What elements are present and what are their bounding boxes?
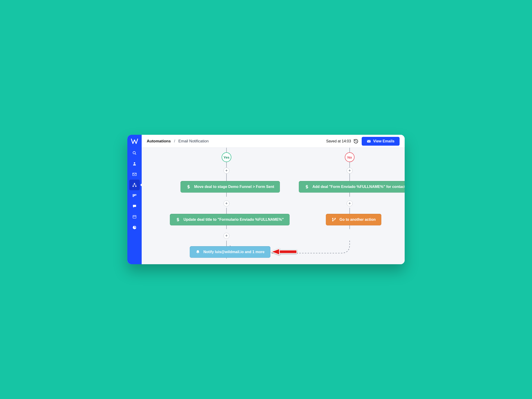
add-step-button[interactable]: +: [223, 168, 229, 174]
add-step-button[interactable]: +: [223, 233, 229, 239]
saved-status: Saved at 14:03: [326, 139, 358, 144]
svg-rect-4: [133, 186, 134, 187]
svg-rect-8: [135, 194, 136, 196]
svg-point-2: [134, 162, 135, 164]
bell-icon: [196, 250, 200, 254]
saved-text: Saved at 14:03: [326, 139, 351, 143]
nav-chat[interactable]: [129, 201, 140, 211]
logo-icon: [131, 139, 138, 144]
svg-point-22: [332, 220, 334, 222]
sidebar: [127, 135, 142, 264]
piechart-icon: [133, 225, 137, 229]
svg-point-23: [335, 218, 336, 219]
branch-yes-pill[interactable]: Yes: [222, 152, 231, 162]
flow-node-move-deal[interactable]: Move deal to stage Demo Funnel > Form Se…: [180, 181, 280, 193]
svg-line-1: [135, 153, 136, 155]
breadcrumb-page: Email Notification: [178, 139, 209, 144]
view-emails-button[interactable]: View Emails: [362, 137, 399, 146]
nav-site[interactable]: [129, 211, 140, 222]
add-step-button[interactable]: +: [223, 200, 229, 206]
dollar-icon: [304, 184, 309, 189]
svg-rect-6: [133, 194, 134, 197]
columns-icon: [133, 194, 137, 198]
flow-node-goto[interactable]: Go to another action: [326, 214, 381, 225]
branch-icon: [332, 217, 336, 222]
flow-node-add-deal[interactable]: Add deal "Form Enviado %FULLNAME%" for c…: [299, 181, 405, 193]
nav-automations[interactable]: [129, 180, 140, 190]
app-logo[interactable]: [127, 135, 142, 148]
branch-no-pill[interactable]: No: [345, 152, 355, 162]
add-step-button[interactable]: +: [347, 168, 353, 174]
browser-icon: [133, 215, 137, 219]
automation-canvas[interactable]: Yes No + + + + + Move deal to stage Demo…: [142, 148, 405, 264]
page-header: Automations / Email Notification Saved a…: [142, 135, 405, 148]
svg-rect-3: [134, 183, 135, 184]
breadcrumb-root[interactable]: Automations: [147, 139, 171, 144]
svg-point-0: [133, 152, 135, 154]
flow-node-notify[interactable]: Notify luis@wildmail.io and 1 more: [190, 246, 270, 258]
flowchart-icon: [132, 183, 137, 187]
nav-deals[interactable]: [129, 190, 140, 201]
history-icon[interactable]: [353, 139, 358, 144]
svg-point-21: [332, 218, 334, 219]
annotation-arrow: [270, 246, 298, 258]
nav-reports[interactable]: [129, 222, 140, 233]
search-icon: [133, 151, 137, 155]
dollar-icon: [186, 184, 191, 189]
nav-search[interactable]: [129, 148, 140, 158]
svg-rect-5: [135, 186, 136, 187]
svg-rect-9: [133, 215, 136, 218]
person-icon: [133, 162, 137, 166]
svg-rect-24: [279, 250, 297, 253]
chat-icon: [133, 204, 137, 208]
flow-node-update-title[interactable]: Update deal title to "Formulario Enviado…: [170, 214, 290, 225]
envelope-icon: [367, 140, 371, 143]
nav-email[interactable]: [129, 169, 140, 180]
dollar-icon: [176, 217, 180, 222]
app-window: Automations / Email Notification Saved a…: [127, 135, 405, 264]
envelope-icon: [132, 173, 137, 176]
nav-contacts[interactable]: [129, 158, 140, 169]
add-step-button[interactable]: +: [347, 200, 353, 206]
main-area: Automations / Email Notification Saved a…: [142, 135, 405, 264]
svg-rect-7: [134, 194, 135, 196]
view-emails-label: View Emails: [373, 139, 394, 143]
breadcrumb-separator: /: [174, 139, 175, 144]
